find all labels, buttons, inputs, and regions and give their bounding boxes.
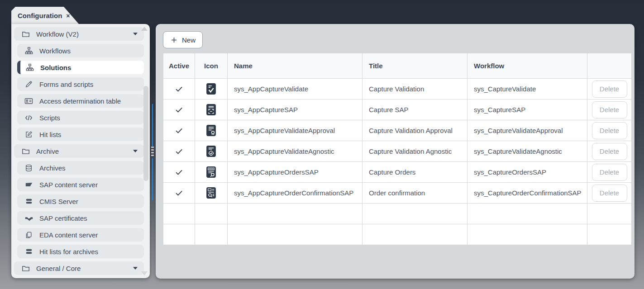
sidebar-item-cmis-server[interactable]: CMIS Server xyxy=(17,194,144,208)
actions-cell: Delete xyxy=(587,162,632,183)
delete-button[interactable]: Delete xyxy=(592,122,627,139)
sidebar-item-hit-lists[interactable]: Hit lists xyxy=(17,128,144,141)
sidebar-item-solutions[interactable]: Solutions xyxy=(17,61,144,74)
sidebar-item-scripts[interactable]: Scripts xyxy=(17,111,144,124)
active-cell xyxy=(163,183,195,204)
solutions-table-wrap: ActiveIconNameTitleWorkflow sys_AppCaptu… xyxy=(163,53,631,245)
workflow-cell: sys_CaptureValidateApproval xyxy=(467,120,587,141)
sidebar-item-archive[interactable]: Archive xyxy=(14,144,144,158)
panel-splitter[interactable] xyxy=(150,24,156,279)
column-header-icon: Icon xyxy=(195,53,228,79)
sidebar-item-label: EDA content server xyxy=(39,231,98,239)
active-cell xyxy=(163,120,195,141)
name-cell: sys_AppCaptureValidateAgnostic xyxy=(228,141,363,162)
sidebar-item-label: Forms and scripts xyxy=(39,81,93,88)
sidebar-item-label: Workflows xyxy=(39,47,71,55)
sidebar-item-workflows[interactable]: Workflows xyxy=(17,44,144,57)
sidebar-scrollbar-thumb[interactable] xyxy=(143,86,148,181)
table-row[interactable]: sys_AppCaptureValidateApprovalCapture Va… xyxy=(163,120,632,141)
folder-icon xyxy=(21,264,30,273)
sidebar-scroll-down-icon[interactable] xyxy=(141,271,148,275)
chevron-down-icon xyxy=(133,149,138,153)
sidebar-list: Workflow (V2)WorkflowsSolutionsForms and… xyxy=(11,24,150,275)
name-cell: sys_AppCaptureOrderConfirmationSAP xyxy=(228,183,363,204)
check-icon xyxy=(175,85,183,93)
actions-cell: Delete xyxy=(587,79,632,99)
splitter-line xyxy=(152,158,153,200)
icon-cell xyxy=(195,79,228,99)
tab-configuration[interactable]: Configuration × xyxy=(11,7,79,24)
workflow-cell: sys_CaptureOrderConfirmationSAP xyxy=(467,183,587,204)
sidebar-item-label: SAP certificates xyxy=(39,214,87,222)
table-row[interactable]: sys_AppCaptureSAPCapture SAPsys_CaptureS… xyxy=(163,99,632,120)
active-cell xyxy=(163,99,195,120)
check-icon xyxy=(175,168,183,176)
sidebar-item-label: Solutions xyxy=(40,64,71,71)
table-row[interactable]: sys_AppCaptureOrdersSAPCapture Orderssys… xyxy=(163,162,632,183)
app-background: { "tab": { "label": "Configuration", "cl… xyxy=(0,0,644,289)
table-row xyxy=(163,204,632,224)
tab-close-icon[interactable]: × xyxy=(66,12,70,19)
sidebar-item-sap-certificates[interactable]: SAP certificates xyxy=(17,211,144,225)
sidebar: Workflow (V2)WorkflowsSolutionsForms and… xyxy=(11,24,150,278)
delete-button[interactable]: Delete xyxy=(592,143,627,160)
sidebar-item-hit-lists-for-archives[interactable]: Hit lists for archives xyxy=(17,245,144,258)
main-panel: New ActiveIconNameTitleWorkflow sys_AppC… xyxy=(156,24,634,279)
active-cell xyxy=(163,204,195,224)
copy-icon xyxy=(24,230,33,239)
sap-flag-icon xyxy=(24,180,33,189)
sitemap-icon xyxy=(25,63,34,72)
sidebar-item-sap-content-server[interactable]: SAP content server xyxy=(17,178,144,191)
sidebar-item-archives[interactable]: Archives xyxy=(17,161,144,175)
active-cell xyxy=(163,224,195,245)
sidebar-item-label: Scripts xyxy=(39,114,60,122)
column-header-name: Name xyxy=(228,53,363,79)
table-row xyxy=(163,224,632,245)
server-icon xyxy=(24,197,33,206)
folder-icon xyxy=(21,29,30,38)
column-header-actions xyxy=(587,53,632,79)
sidebar-item-label: Workflow (V2) xyxy=(36,30,79,38)
title-cell: Capture Validation Agnostic xyxy=(363,141,467,162)
delete-button[interactable]: Delete xyxy=(592,101,627,118)
table-row[interactable]: sys_AppCaptureOrderConfirmationSAPOrder … xyxy=(163,183,632,204)
splitter-grip-icon[interactable] xyxy=(151,147,154,157)
folder-icon xyxy=(21,147,30,156)
doc-order-icon xyxy=(206,166,216,178)
delete-button[interactable]: Delete xyxy=(592,81,627,98)
icon-cell xyxy=(195,204,228,224)
handshake-icon xyxy=(24,213,33,223)
sidebar-item-eda-content-server[interactable]: EDA content server xyxy=(17,228,144,242)
sidebar-item-forms-and-scripts[interactable]: Forms and scripts xyxy=(17,77,144,91)
actions-cell xyxy=(587,224,632,245)
delete-button[interactable]: Delete xyxy=(592,185,627,202)
sidebar-scroll-up-icon[interactable] xyxy=(141,27,148,31)
edit-icon xyxy=(24,130,33,139)
doc-scan-icon xyxy=(206,104,216,116)
column-header-active: Active xyxy=(163,53,195,79)
table-body: sys_AppCaptureValidateCapture Validation… xyxy=(163,79,632,245)
table-row[interactable]: sys_AppCaptureValidateCapture Validation… xyxy=(163,79,632,99)
workflow-cell: sys_CaptureSAP xyxy=(467,99,587,120)
column-header-workflow: Workflow xyxy=(467,53,587,79)
new-button[interactable]: New xyxy=(163,31,203,48)
tab-label: Configuration xyxy=(18,12,62,19)
sidebar-item-label: Archives xyxy=(39,164,66,172)
table-row[interactable]: sys_AppCaptureValidateAgnosticCapture Va… xyxy=(163,141,632,162)
title-cell: Capture SAP xyxy=(363,99,467,120)
sidebar-item-label: General / Core xyxy=(36,265,81,272)
name-cell: sys_AppCaptureValidate xyxy=(228,79,363,99)
workflow-cell: sys_CaptureValidateAgnostic xyxy=(467,141,587,162)
plus-icon xyxy=(170,36,178,44)
table-header-row: ActiveIconNameTitleWorkflow xyxy=(163,53,632,79)
sidebar-item-label: SAP content server xyxy=(39,181,98,189)
workflow-cell: sys_CaptureValidate xyxy=(467,79,587,99)
delete-button[interactable]: Delete xyxy=(592,164,627,181)
sidebar-item-workflow-v2[interactable]: Workflow (V2) xyxy=(14,27,144,41)
sidebar-item-general-core[interactable]: General / Core xyxy=(14,261,144,275)
workflow-cell xyxy=(467,204,587,224)
icon-cell xyxy=(195,162,228,183)
sidebar-item-access-determination-table[interactable]: Access determination table xyxy=(17,94,144,108)
title-cell: Capture Validation xyxy=(363,79,467,99)
sitemap-icon xyxy=(24,46,33,55)
